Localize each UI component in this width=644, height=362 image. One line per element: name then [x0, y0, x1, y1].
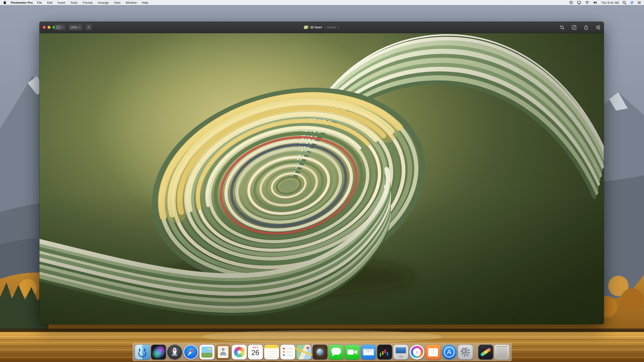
pixelmator-window: 100% + 3D Swirl — Edited	[40, 22, 604, 324]
icon-glyph	[329, 345, 344, 360]
canvas-area[interactable]	[40, 33, 604, 324]
siri-menu-icon[interactable]	[630, 1, 634, 4]
dock-item-calendar[interactable]: OCT 26	[248, 345, 263, 360]
dock-item-trash[interactable]	[494, 345, 509, 360]
dock-item-notes[interactable]	[264, 345, 279, 360]
icon-glyph	[248, 345, 263, 360]
add-button[interactable]: +	[86, 24, 92, 30]
wifi-icon[interactable]	[585, 1, 589, 4]
chevron-down-icon	[79, 27, 80, 28]
icon-glyph	[361, 345, 376, 360]
dock-item-safari[interactable]	[184, 345, 198, 360]
desktop-screen: Pixelmator Pro FileEditInsertToolsFormat…	[0, 0, 644, 362]
menu-bar-clock[interactable]: Thu 9:41 AM	[601, 1, 619, 4]
time-machine-icon[interactable]	[569, 0, 573, 4]
pencil-square-icon	[572, 25, 576, 30]
dock-item-ibooks[interactable]	[426, 345, 440, 360]
document-title: 3D Swirl	[310, 25, 322, 29]
dock-item-preview[interactable]	[200, 345, 214, 360]
dock-item-appstore[interactable]: A	[442, 345, 457, 360]
apple-menu[interactable]	[3, 1, 7, 4]
chevron-down-icon	[62, 27, 64, 28]
dock: OCT 26	[133, 343, 512, 361]
dock-item-system-preferences[interactable]	[458, 345, 473, 360]
icon-glyph	[135, 345, 150, 360]
document-title-area: 3D Swirl — Edited	[304, 22, 340, 33]
view-options-button[interactable]	[55, 24, 65, 30]
icon-glyph	[495, 345, 509, 359]
spotlight-icon[interactable]	[622, 1, 626, 4]
notification-center-icon[interactable]	[637, 1, 641, 4]
dock-item-contacts[interactable]	[216, 345, 230, 360]
display-menu-icon[interactable]	[577, 0, 581, 4]
icon-glyph	[394, 345, 408, 360]
icon-glyph	[296, 345, 311, 360]
icon-glyph	[478, 345, 493, 360]
menu-item-edit[interactable]: Edit	[47, 1, 52, 4]
zoom-level-button[interactable]: 100%	[68, 24, 82, 30]
dock-item-photo-booth[interactable]	[313, 345, 328, 360]
menu-bar-left: Pixelmator Pro FileEditInsertToolsFormat…	[3, 1, 148, 4]
dock-item-facetime[interactable]	[345, 345, 360, 360]
icon-glyph	[151, 345, 166, 360]
icon-glyph	[232, 345, 247, 360]
dock-item-itunes[interactable]: ♪	[410, 345, 424, 360]
dock-item-display[interactable]	[394, 345, 408, 360]
icon-glyph	[167, 345, 182, 360]
canvas-artwork	[40, 33, 604, 324]
icon-glyph	[184, 346, 198, 359]
dock-item-photos[interactable]	[232, 345, 247, 360]
dock-item-siri[interactable]	[151, 345, 166, 360]
menu-bar: Pixelmator Pro FileEditInsertToolsFormat…	[0, 0, 644, 5]
titlebar-right-controls	[560, 22, 600, 33]
close-button[interactable]	[43, 26, 46, 29]
titlebar-left-controls: 100% +	[55, 22, 92, 33]
icon-glyph	[280, 345, 295, 360]
icon-glyph	[216, 345, 230, 360]
dock-item-finder[interactable]	[135, 345, 150, 360]
dock-item-mail[interactable]	[361, 345, 376, 360]
zoom-level-value: 100%	[70, 26, 78, 29]
dock-item-separator	[474, 345, 477, 360]
settings-sliders-button[interactable]	[596, 25, 600, 30]
volume-icon[interactable]	[593, 1, 598, 4]
dock-item-messages[interactable]	[329, 345, 344, 360]
icon-glyph	[458, 345, 473, 360]
document-status: — Edited	[324, 25, 336, 29]
dock-item-maps[interactable]	[296, 345, 311, 360]
view-options-icon	[56, 26, 60, 29]
icon-glyph	[313, 345, 328, 360]
icon-glyph	[377, 345, 392, 360]
icon-glyph	[345, 345, 360, 360]
dock-items: OCT 26	[135, 345, 509, 360]
menu-bar-status: Thu 9:41 AM	[569, 0, 641, 4]
document-thumbnail	[304, 25, 308, 29]
dock-item-reminders[interactable]	[280, 345, 295, 360]
window-titlebar[interactable]: 100% + 3D Swirl — Edited	[40, 22, 604, 33]
menu-item-window[interactable]: Window	[126, 1, 136, 4]
dock-item-launchpad[interactable]	[167, 345, 182, 360]
app-menu-title[interactable]: Pixelmator Pro	[11, 1, 33, 4]
share-button[interactable]	[584, 25, 588, 30]
dock-item-pixelmator-pro[interactable]	[478, 345, 493, 360]
menu-item-tools[interactable]: Tools	[70, 1, 78, 4]
icon-glyph	[474, 345, 477, 360]
annotate-button[interactable]	[572, 25, 576, 30]
icon-glyph: ♪	[410, 345, 424, 360]
menu-item-insert[interactable]: Insert	[58, 1, 65, 4]
menu-item-file[interactable]: File	[37, 1, 42, 4]
crop-button[interactable]	[560, 25, 564, 30]
menu-item-help[interactable]: Help	[142, 1, 148, 4]
traffic-lights	[43, 22, 56, 33]
apple-icon	[3, 1, 6, 4]
icon-glyph	[426, 345, 440, 360]
icon-glyph: A	[442, 345, 457, 360]
share-icon	[584, 25, 588, 30]
title-menu-chevron-icon[interactable]	[337, 27, 340, 28]
menu-item-arrange[interactable]: Arrange	[98, 1, 109, 4]
menu-item-view[interactable]: View	[114, 1, 120, 4]
crop-icon	[560, 25, 564, 30]
dock-item-stocks[interactable]	[377, 345, 392, 360]
menu-item-format[interactable]: Format	[83, 1, 93, 4]
minimize-button[interactable]	[48, 26, 50, 29]
